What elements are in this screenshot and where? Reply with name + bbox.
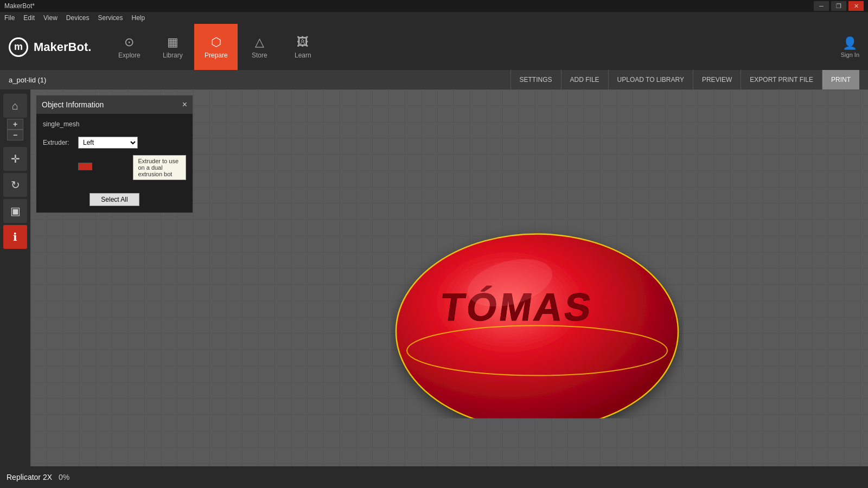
left-sidebar: ⌂ + − ✛ ↻ ▣ ℹ [0, 89, 30, 466]
3d-object: TÓMAS [391, 163, 684, 418]
print-progress: 0% [59, 473, 69, 481]
info-button[interactable]: ℹ [3, 225, 27, 249]
extruder-color-bar [78, 163, 92, 170]
sign-in-button[interactable]: 👤 Sign In [841, 36, 859, 58]
sign-in-label: Sign In [841, 52, 859, 58]
select-all-button[interactable]: Select All [90, 193, 139, 206]
app-title: MakerBot* [4, 2, 35, 10]
title-bar: MakerBot* ─ ❐ ✕ [0, 0, 868, 12]
move-button[interactable]: ✛ [3, 147, 27, 171]
upload-library-button[interactable]: UPLOAD TO LIBRARY [608, 70, 693, 89]
nav-library[interactable]: ▦ Library [151, 24, 194, 70]
object-info-panel: Object Information × single_mesh Extrude… [36, 95, 193, 213]
menu-bar: File Edit View Devices Services Help [0, 12, 868, 24]
minimize-button[interactable]: ─ [814, 1, 829, 11]
nav-store[interactable]: △ Store [238, 24, 281, 70]
explore-icon: ⊙ [124, 35, 134, 49]
extruder-label: Extruder: [43, 139, 73, 146]
restore-button[interactable]: ❐ [831, 1, 846, 11]
makerbot-status-bar: Replicator 2X 0% [0, 466, 868, 488]
menu-edit[interactable]: Edit [23, 14, 35, 22]
file-name: a_pot-lid (1) [9, 76, 46, 84]
menu-services[interactable]: Services [98, 14, 123, 22]
nav-bar: m MakerBot. ⊙ Explore ▦ Library ⬡ Prepar… [0, 24, 868, 70]
printer-name: Replicator 2X [7, 473, 52, 481]
canvas-area[interactable]: TÓMAS Object Information × single_mesh E… [30, 89, 868, 466]
logo-circle: m [9, 37, 28, 57]
select-all-row: Select All [43, 193, 186, 206]
taskbar-left: Replicator 2X 0% [7, 473, 69, 481]
extruder-select[interactable]: Left Right [78, 137, 138, 149]
menu-file[interactable]: File [4, 14, 15, 22]
object-info-title: Object Information [42, 100, 104, 109]
nav-store-label: Store [252, 52, 267, 59]
nav-prepare-label: Prepare [205, 52, 228, 59]
mesh-name: single_mesh [43, 120, 186, 128]
toolbar-actions: SETTINGS ADD FILE UPLOAD TO LIBRARY PREV… [510, 70, 859, 89]
menu-help[interactable]: Help [132, 14, 145, 22]
home-view-button[interactable]: ⌂ [3, 94, 27, 118]
close-button[interactable]: ✕ [848, 1, 864, 11]
nav-explore[interactable]: ⊙ Explore [107, 24, 151, 70]
nav-library-label: Library [163, 52, 183, 59]
nav-prepare[interactable]: ⬡ Prepare [194, 24, 238, 70]
extruder-row: Extruder: Left Right [43, 137, 186, 149]
nav-right: 👤 Sign In [841, 36, 859, 58]
user-icon: 👤 [843, 36, 857, 50]
window-controls: ─ ❐ ✕ [814, 1, 864, 11]
menu-devices[interactable]: Devices [66, 14, 90, 22]
logo-area: m MakerBot. [9, 37, 91, 57]
zoom-in-button[interactable]: + [7, 119, 23, 130]
zoom-out-button[interactable]: − [7, 130, 23, 140]
nav-explore-label: Explore [118, 52, 141, 59]
nav-items: ⊙ Explore ▦ Library ⬡ Prepare △ Store 🖼 … [107, 24, 324, 70]
add-file-button[interactable]: ADD FILE [561, 70, 608, 89]
print-button[interactable]: PRINT [822, 70, 859, 89]
scale-button[interactable]: ▣ [3, 199, 27, 223]
preview-button[interactable]: PREVIEW [693, 70, 741, 89]
rotate-button[interactable]: ↻ [3, 173, 27, 197]
learn-icon: 🖼 [297, 35, 309, 49]
object-info-header: Object Information × [36, 95, 193, 114]
store-icon: △ [255, 35, 264, 49]
menu-view[interactable]: View [43, 14, 58, 22]
nav-learn[interactable]: 🖼 Learn [281, 24, 324, 70]
extruder-tooltip: Extruder to use on a dual extrusion bot [133, 155, 186, 180]
zoom-controls: + − [7, 119, 23, 140]
library-icon: ▦ [167, 35, 178, 49]
main-area: ⌂ + − ✛ ↻ ▣ ℹ [0, 89, 868, 466]
object-info-body: single_mesh Extruder: Left Right Extrude… [36, 114, 193, 213]
settings-button[interactable]: SETTINGS [510, 70, 561, 89]
toolbar: a_pot-lid (1) SETTINGS ADD FILE UPLOAD T… [0, 70, 868, 89]
prepare-icon: ⬡ [211, 35, 221, 49]
export-button[interactable]: EXPORT PRINT FILE [741, 70, 822, 89]
nav-learn-label: Learn [295, 52, 311, 59]
logo-text: MakerBot. [34, 40, 91, 54]
object-info-close-button[interactable]: × [182, 100, 187, 110]
